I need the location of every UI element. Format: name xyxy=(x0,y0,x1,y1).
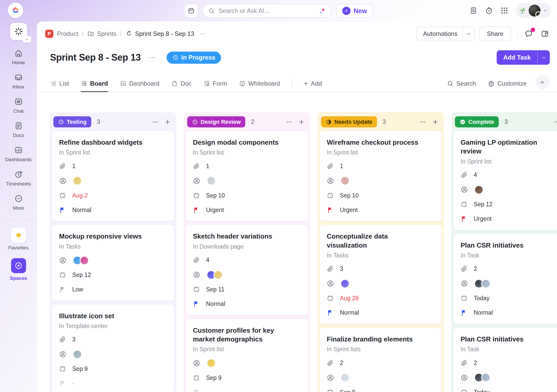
notepad-icon[interactable] xyxy=(469,6,478,15)
automations-chevron[interactable] xyxy=(463,27,474,40)
tab-whiteboard[interactable]: Whiteboard xyxy=(239,80,280,92)
sidebar-item-docs[interactable]: Docs xyxy=(0,121,37,138)
add-task-button[interactable]: Add Task xyxy=(497,50,550,65)
sidebar-item-timesheets[interactable]: Timesheets xyxy=(0,170,37,187)
task-card[interactable]: Finalize branding elementsIn Sprint list… xyxy=(320,328,442,392)
task-card[interactable]: Customer profiles for key market demogra… xyxy=(186,319,308,392)
due-date: Aug 28 xyxy=(340,295,359,302)
customize-button[interactable]: Customize xyxy=(488,80,527,92)
clickup-logo[interactable] xyxy=(8,3,23,18)
task-card[interactable]: Plan CSR initiativesIn Task2TodayNormal xyxy=(453,328,557,392)
card-title: Wireframe checkout process xyxy=(327,138,430,147)
paperclip-icon xyxy=(59,336,66,343)
card-attachments-row: 3 xyxy=(59,335,167,344)
sidebar-item-favorites[interactable]: Favorites xyxy=(0,228,37,251)
share-button[interactable]: Share xyxy=(479,27,511,41)
sidebar-item-dashboards[interactable]: Dashboards xyxy=(0,146,37,162)
breadcrumb-menu-icon[interactable] xyxy=(199,30,206,37)
list-view-icon xyxy=(50,80,57,87)
breadcrumb-project[interactable]: Product xyxy=(57,30,78,37)
sidebar-item-inbox[interactable]: Inbox xyxy=(0,73,37,90)
avatar xyxy=(340,176,350,185)
task-card[interactable]: Gaming LP optimization reviewIn Sprint l… xyxy=(453,131,557,230)
plus-icon xyxy=(164,119,171,125)
task-card[interactable]: Illustrate icon setIn Template center3Se… xyxy=(52,305,174,392)
column-status-badge[interactable]: Needs Update xyxy=(321,116,377,127)
task-card[interactable]: Sketch header variationsIn Downloads pag… xyxy=(186,225,308,315)
doc-view-icon xyxy=(171,80,178,87)
palm-tree-icon xyxy=(518,6,527,15)
sidebar-item-home[interactable]: Home xyxy=(0,49,37,66)
task-card[interactable]: Wireframe checkout processIn Sprint list… xyxy=(320,131,442,221)
sidebar-item-spaces[interactable]: Spaces xyxy=(0,258,37,281)
tab-board[interactable]: Board xyxy=(81,80,108,92)
due-date: Aug 2 xyxy=(72,192,88,199)
task-card[interactable]: Mockup responsive viewsIn TasksSep 12Low xyxy=(52,225,174,300)
notifications-icon[interactable] xyxy=(524,29,533,38)
calendar-icon xyxy=(461,295,468,302)
priority-flag-icon xyxy=(193,300,200,307)
workspace-switcher-chevron[interactable] xyxy=(22,36,31,43)
column-menu-button[interactable] xyxy=(152,119,159,125)
calendar-icon xyxy=(59,365,66,372)
new-button[interactable]: New xyxy=(336,4,373,18)
column-status-badge[interactable]: Testing xyxy=(53,116,91,127)
breadcrumb-space[interactable]: Sprints xyxy=(97,30,116,37)
task-card[interactable]: Conceptualize data visualizationIn Tasks… xyxy=(320,225,442,324)
apps-grid-icon[interactable] xyxy=(500,6,509,15)
sprint-icon xyxy=(125,30,133,37)
task-card[interactable]: Refine dashboard widgetsIn Sprint list1A… xyxy=(52,131,174,221)
card-list-location: In Downloads page xyxy=(193,243,301,250)
task-card[interactable]: Design modal componentsIn Sprint list1Se… xyxy=(186,131,308,221)
collapse-header-button[interactable] xyxy=(535,76,549,89)
card-due-date-row: Sep 9 xyxy=(327,388,435,392)
paperclip-icon xyxy=(461,265,468,272)
sidebar-item-chat[interactable]: Chat xyxy=(0,97,37,114)
due-date: Sep 12 xyxy=(474,201,493,208)
tab-form[interactable]: Form xyxy=(203,80,227,92)
add-view-button[interactable]: Add xyxy=(303,80,322,92)
timer-icon[interactable] xyxy=(485,6,493,15)
layout-panel-icon[interactable] xyxy=(540,29,549,38)
workspace-logo[interactable] xyxy=(10,23,27,40)
priority-label: - xyxy=(72,380,74,387)
column-status-badge[interactable]: Design Review xyxy=(187,116,245,127)
task-card[interactable]: Plan CSR initiativesIn Task2TodayNormal xyxy=(453,234,557,324)
ai-sparkle-icon[interactable] xyxy=(318,7,326,15)
paperclip-icon xyxy=(327,360,334,366)
column-menu-button[interactable] xyxy=(553,119,557,125)
avatar xyxy=(474,185,484,194)
column-menu-button[interactable] xyxy=(420,119,426,125)
paperclip-icon xyxy=(461,172,468,178)
column-menu-button[interactable] xyxy=(286,119,292,125)
calendar-button[interactable] xyxy=(184,4,198,18)
add-task-chevron[interactable] xyxy=(537,50,550,65)
chevron-down-icon xyxy=(543,8,548,13)
user-menu[interactable] xyxy=(516,3,551,18)
clickup-mark-icon xyxy=(10,5,21,15)
main-panel: P Product / Sprints / Sprint Sep 8 - Sep… xyxy=(37,21,557,392)
form-view-icon xyxy=(203,80,210,87)
clock-icon xyxy=(172,54,178,61)
tab-doc[interactable]: Doc xyxy=(171,80,192,92)
search-input[interactable]: Search or Ask AI... xyxy=(202,4,332,18)
automations-button[interactable]: Automations xyxy=(416,27,474,41)
page-menu-icon[interactable] xyxy=(149,54,156,61)
due-date: Sep 11 xyxy=(206,286,224,293)
project-badge[interactable]: P xyxy=(45,30,53,38)
card-due-date-row: Sep 10 xyxy=(327,191,435,200)
column-status-badge[interactable]: Complete xyxy=(455,116,499,127)
search-tasks-button[interactable]: Search xyxy=(447,80,476,92)
column-add-task-button[interactable] xyxy=(164,119,171,125)
tab-dashboard[interactable]: Dashboard xyxy=(120,80,159,92)
tab-list[interactable]: List xyxy=(50,80,69,92)
column-add-task-button[interactable] xyxy=(298,119,305,125)
column-add-task-button[interactable] xyxy=(432,119,439,125)
ellipsis-icon xyxy=(553,119,557,125)
status-badge[interactable]: In Progress xyxy=(167,52,221,64)
ellipsis-icon xyxy=(420,119,426,125)
avatar xyxy=(73,350,82,359)
sidebar-item-more[interactable]: More xyxy=(0,194,37,211)
plus-circle-icon xyxy=(342,7,350,15)
breadcrumb-page[interactable]: Sprint Sep 8 - Sep 13 xyxy=(135,30,194,37)
